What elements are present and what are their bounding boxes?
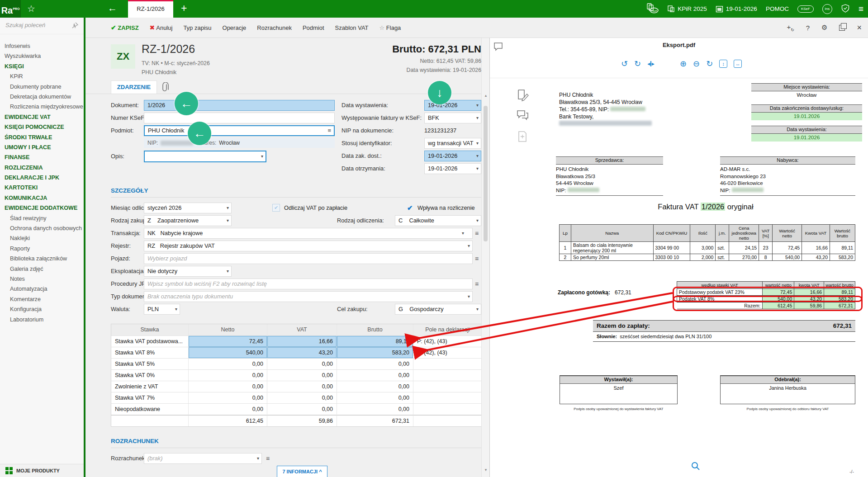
rodzaj-odliczenia-field[interactable]: C Całkowite ▾ xyxy=(395,215,481,226)
rotate-left-icon[interactable]: ↺ xyxy=(621,59,628,69)
fit-width-icon[interactable]: ↔ xyxy=(734,60,742,68)
restore-window-icon[interactable] xyxy=(839,25,845,31)
company-switcher[interactable]: 1 KPiR 2025 xyxy=(667,5,707,13)
split-view-icon[interactable]: ◀▶ xyxy=(647,61,655,66)
waluta-field[interactable]: PLN ▾ xyxy=(144,304,180,315)
toolbar-menu-item[interactable]: Typ zapisu xyxy=(183,24,211,31)
hamburger-menu-icon[interactable]: ≡ xyxy=(859,4,863,14)
sidebar-item[interactable]: KPiR xyxy=(0,71,84,81)
tab-zdarzenie[interactable]: ZDARZENIE xyxy=(111,80,157,94)
table-row[interactable]: Zwolnienie z VAT 0,00 0,00 0,00 xyxy=(111,381,481,392)
chevron-down-icon[interactable]: ▾ xyxy=(227,203,229,213)
toolbar-menu-item[interactable]: Operacje xyxy=(223,24,247,31)
table-row[interactable]: Nieopodatkowane 0,00 0,00 0,00 xyxy=(111,404,481,415)
chevron-down-icon[interactable]: ▾ xyxy=(468,241,470,251)
ksef-status-icon[interactable]: KSeF xyxy=(797,5,814,13)
command-search[interactable]: Szukaj poleceń xyxy=(0,18,84,34)
shield-check-icon[interactable] xyxy=(841,4,850,14)
sidebar-item[interactable]: DEKLARACJE I JPK xyxy=(0,173,84,183)
chevron-down-icon[interactable]: ▾ xyxy=(476,100,479,110)
sidebar-item[interactable]: Naklejki xyxy=(0,233,84,243)
table-row[interactable]: Stawka VAT 5% 0,00 0,00 0,00 xyxy=(111,359,481,370)
close-icon[interactable]: × xyxy=(857,23,862,33)
back-arrow-icon[interactable]: ← xyxy=(108,3,117,14)
chevron-down-icon[interactable]: ▾ xyxy=(462,228,464,238)
sidebar-item[interactable]: Infoserwis xyxy=(0,41,84,51)
ksef-wystepowanie-field[interactable]: BFK ▾ xyxy=(424,113,481,123)
favorites-star-icon[interactable]: ☆ xyxy=(27,3,35,14)
chevron-down-icon[interactable]: ▾ xyxy=(227,216,229,226)
settings-gear-icon[interactable]: ⚙ xyxy=(821,24,827,32)
sidebar-item[interactable]: Laboratorium xyxy=(0,315,84,325)
scroll-up-icon[interactable]: ▴ xyxy=(482,93,490,98)
sidebar-item[interactable]: KSIĘGI POMOCNICZE xyxy=(0,122,84,132)
transakcja-field[interactable]: NK Nabycie krajowe ▾ xyxy=(144,228,473,239)
chevron-down-icon[interactable]: ▾ xyxy=(257,453,259,463)
sidebar-footer-moje-produkty[interactable]: MOJE PRODUKTY xyxy=(0,464,84,477)
sidebar-item[interactable]: KARTOTEKI xyxy=(0,183,84,193)
sidebar-item[interactable]: ROZLICZENIA xyxy=(0,163,84,173)
ksef-documents-icon[interactable]: KSeF xyxy=(645,3,659,15)
sidebar-item[interactable]: Dekretacja dokumentów xyxy=(0,92,84,102)
zoom-out-icon[interactable]: ⊖ xyxy=(693,59,700,69)
rodzaj-zakupu-field[interactable]: Z Zaopatrzeniowe ▾ xyxy=(144,215,232,226)
sidebar-item[interactable]: FINANSE xyxy=(0,152,84,162)
sidebar-item[interactable]: Ślad rewizyjny xyxy=(0,213,84,223)
sidebar-item[interactable]: UMOWY I PŁACE xyxy=(0,142,84,152)
data-otrzymania-field[interactable]: 19-01-2026 ▾ xyxy=(424,163,481,174)
informacje-button[interactable]: 7 INFORMACJI ^ xyxy=(277,466,327,477)
flag-button[interactable]: ☆ Flaga xyxy=(379,24,401,31)
typ-jpk-field[interactable]: Brak oznaczenia typu dokumentu ▾ xyxy=(144,291,473,302)
sidebar-item[interactable]: Galeria zdjęć xyxy=(0,264,84,274)
odliczaj-vat-checkbox[interactable]: ✔ xyxy=(272,204,280,212)
scroll-down-icon[interactable]: ▾ xyxy=(482,468,490,472)
sidebar-item[interactable]: ŚRODKI TRWAŁE xyxy=(0,132,84,142)
opis-field[interactable]: ▾ xyxy=(144,151,266,162)
work-date[interactable]: 19-01-2026 xyxy=(716,5,757,13)
zoom-reset-icon[interactable]: ↻ xyxy=(706,59,713,69)
transakcja-list-icon[interactable]: ≡ xyxy=(475,228,479,239)
miesiac-field[interactable]: styczeń 2026 ▾ xyxy=(144,203,232,213)
chevron-down-icon[interactable]: ▾ xyxy=(476,151,479,161)
chevron-down-icon[interactable]: ▾ xyxy=(476,164,479,174)
fit-height-icon[interactable]: ↕ xyxy=(719,60,727,68)
table-row[interactable]: Stawka VAT 8% 540,00 43,20 583,20 P: (42… xyxy=(111,347,481,359)
chevron-down-icon[interactable]: ▾ xyxy=(227,266,229,276)
pdf-export-icon[interactable] xyxy=(516,130,529,143)
search-icon[interactable] xyxy=(691,461,701,471)
sidebar-item[interactable]: Konfiguracja xyxy=(0,304,84,314)
sidebar-item[interactable]: Ochrona danych osobowych xyxy=(0,223,84,233)
podmiot-field[interactable]: PHU Chłodnik ≡ xyxy=(144,125,335,136)
annotate-document-icon[interactable] xyxy=(516,89,529,101)
procedury-jpk-field[interactable]: Wpisz symbol lub wciśnij F2 aby rozwinąć… xyxy=(144,279,473,289)
zoom-in-icon[interactable]: ⊕ xyxy=(680,59,687,69)
chevron-down-icon[interactable]: ▾ xyxy=(476,216,479,226)
chevron-down-icon[interactable]: ▾ xyxy=(175,304,177,314)
rozrachunek-list-icon[interactable]: ≡ xyxy=(266,453,270,464)
document-tab[interactable]: RZ-1/2026 xyxy=(128,0,173,18)
chevron-down-icon[interactable]: ▾ xyxy=(476,113,479,123)
cancel-button[interactable]: ✖ Anuluj xyxy=(150,24,173,31)
help-menu[interactable]: POMOC xyxy=(766,5,789,12)
cel-zakupu-field[interactable]: G Gospodarczy ▾ xyxy=(395,304,481,315)
sidebar-item[interactable]: KSIĘGI xyxy=(0,61,84,71)
rozrachunek-field[interactable]: (brak) ▾ xyxy=(144,453,262,464)
eksploatacja-field[interactable]: Nie dotyczy ▾ xyxy=(144,266,232,277)
ins-status-icon[interactable]: Ins xyxy=(822,4,832,14)
identyfikator-field[interactable]: wg transakcji VAT ▾ xyxy=(424,138,481,149)
sidebar-item[interactable]: Automatyzacja xyxy=(0,284,84,294)
sidebar-item[interactable]: Komentarze xyxy=(0,294,84,304)
data-zak-field[interactable]: 19-01-2026 ▾ xyxy=(424,151,481,161)
podmiot-list-icon[interactable]: ≡ xyxy=(327,126,331,135)
paperclip-icon[interactable] xyxy=(161,82,170,93)
chevron-down-icon[interactable]: ▾ xyxy=(476,304,479,314)
numer-ksef-field[interactable] xyxy=(144,113,335,123)
save-button[interactable]: ✔ ZAPISZ xyxy=(111,24,139,31)
sidebar-item[interactable]: Rozliczenia międzyokresowe xyxy=(0,102,84,112)
new-window-icon[interactable]: +↻ xyxy=(787,23,794,32)
scrollbar-thumb[interactable] xyxy=(484,106,488,241)
new-tab-icon[interactable]: + xyxy=(181,2,187,14)
sidebar-item[interactable]: Raporty xyxy=(0,244,84,254)
chevron-down-icon[interactable]: ▾ xyxy=(476,138,479,148)
toolbar-menu-item[interactable]: Rozrachunek xyxy=(257,24,292,31)
